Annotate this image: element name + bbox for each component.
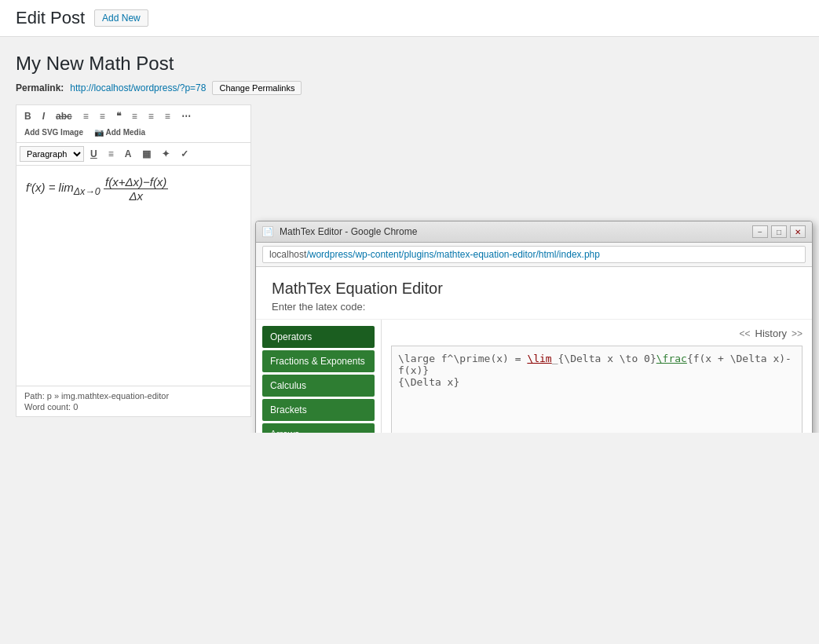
font-color-button[interactable]: A [120, 146, 137, 162]
latex-frac: \frac [656, 353, 687, 364]
main-content: My New Math Post Permalink: http://local… [0, 37, 819, 433]
url-base: localhost [269, 249, 306, 260]
add-svg-button[interactable]: Add SVG Image [20, 126, 88, 139]
ul-button[interactable]: ≡ [79, 108, 93, 124]
chrome-title-section: 📄 MathTex Editor - Google Chrome [262, 226, 417, 237]
word-count: Word count: 0 [24, 402, 243, 412]
sidebar-item-calculus[interactable]: Calculus [262, 375, 375, 397]
chrome-controls: − □ ✕ [752, 225, 806, 238]
special-char-button[interactable]: ✦ [157, 146, 174, 162]
more-toolbar-button[interactable]: ⋯ [177, 108, 196, 124]
permalink-bar: Permalink: http://localhost/wordpress/?p… [16, 81, 803, 95]
latex-lim: \lim [527, 353, 551, 364]
latex-denominator: {\Delta x} [398, 376, 459, 388]
justify-button[interactable]: ≡ [104, 146, 119, 162]
bold-button[interactable]: B [20, 108, 36, 124]
add-media-button[interactable]: 📷 Add Media [90, 126, 150, 139]
history-label: History [755, 327, 787, 339]
page-title: Edit Post [16, 8, 85, 28]
chrome-page-icon: 📄 [262, 226, 273, 237]
sidebar-item-fractions[interactable]: Fractions & Exponents [262, 350, 375, 372]
format-select[interactable]: Paragraph [20, 146, 84, 162]
history-bar: << History >> [391, 327, 803, 339]
chrome-window: 📄 MathTex Editor - Google Chrome − □ ✕ l… [255, 221, 813, 433]
mathtex-subtitle: Enter the latex code: [272, 301, 796, 313]
post-title: My New Math Post [16, 53, 803, 75]
chrome-close-button[interactable]: ✕ [790, 225, 806, 238]
history-next-button[interactable]: >> [792, 328, 803, 339]
strikethrough-button[interactable]: abc [51, 108, 77, 124]
blockquote-button[interactable]: ❝ [112, 108, 126, 124]
mathtex-sidebar: Operators Fractions & Exponents Calculus… [256, 320, 382, 433]
mathtex-title: MathTex Equation Editor [272, 280, 796, 298]
proofread-button[interactable]: ✓ [176, 146, 193, 162]
editor-section: B I abc ≡ ≡ ❝ ≡ ≡ ≡ ⋯ Add SVG Image 📷 Ad… [16, 104, 803, 417]
align-right-button[interactable]: ≡ [160, 108, 175, 124]
editor-body[interactable]: f′(x) = limΔx→0 f(x+Δx)−f(x)Δx [16, 166, 250, 386]
chrome-addressbar: localhost/wordpress/wp-content/plugins/m… [256, 243, 812, 267]
url-path: /wordpress/wp-content/plugins/mathtex-eq… [306, 249, 600, 260]
add-new-button[interactable]: Add New [94, 9, 148, 27]
latex-subscript: _{\Delta x \to 0} [552, 353, 656, 364]
align-center-button[interactable]: ≡ [144, 108, 159, 124]
address-box[interactable]: localhost/wordpress/wp-content/plugins/m… [262, 246, 806, 263]
mathtex-body: Operators Fractions & Exponents Calculus… [256, 320, 812, 433]
mathtex-content: MathTex Equation Editor Enter the latex … [256, 267, 812, 433]
ol-button[interactable]: ≡ [95, 108, 110, 124]
paste-button[interactable]: ▦ [137, 146, 155, 162]
chrome-minimize-button[interactable]: − [752, 225, 768, 238]
mathtex-editor-area: << History >> \large f^\prime(x) = \lim_… [382, 320, 812, 433]
sidebar-item-arrows[interactable]: Arrows [262, 423, 375, 433]
change-permalink-button[interactable]: Change Permalinks [212, 81, 302, 95]
sidebar-item-operators[interactable]: Operators [262, 326, 375, 348]
italic-button[interactable]: I [38, 108, 49, 124]
history-prev-button[interactable]: << [740, 328, 751, 339]
math-formula-display: f′(x) = limΔx→0 f(x+Δx)−f(x)Δx [26, 175, 241, 203]
latex-code-textarea[interactable]: \large f^\prime(x) = \lim_{\Delta x \to … [391, 346, 803, 433]
permalink-url[interactable]: http://localhost/wordpress/?p=78 [70, 82, 206, 93]
wp-editor: B I abc ≡ ≡ ❝ ≡ ≡ ≡ ⋯ Add SVG Image 📷 Ad… [16, 104, 251, 417]
editor-toolbar-row1: B I abc ≡ ≡ ❝ ≡ ≡ ≡ ⋯ Add SVG Image 📷 Ad… [16, 105, 250, 143]
editor-toolbar-row2: Paragraph U ≡ A ▦ ✦ ✓ [16, 143, 250, 166]
latex-prefix: \large f^\prime(x) = [398, 353, 527, 364]
permalink-label: Permalink: [16, 82, 64, 93]
sidebar-item-brackets[interactable]: Brackets [262, 399, 375, 421]
path-info: Path: p » img.mathtex-equation-editor [24, 391, 243, 401]
chrome-maximize-button[interactable]: □ [771, 225, 787, 238]
mathtex-header: MathTex Equation Editor Enter the latex … [256, 267, 812, 320]
editor-footer: Path: p » img.mathtex-equation-editor Wo… [16, 386, 250, 416]
align-left-button[interactable]: ≡ [127, 108, 142, 124]
chrome-titlebar: 📄 MathTex Editor - Google Chrome − □ ✕ [256, 221, 812, 243]
chrome-title-text: MathTex Editor - Google Chrome [280, 226, 417, 237]
underline-button[interactable]: U [86, 146, 102, 162]
admin-header: Edit Post Add New [0, 0, 819, 37]
